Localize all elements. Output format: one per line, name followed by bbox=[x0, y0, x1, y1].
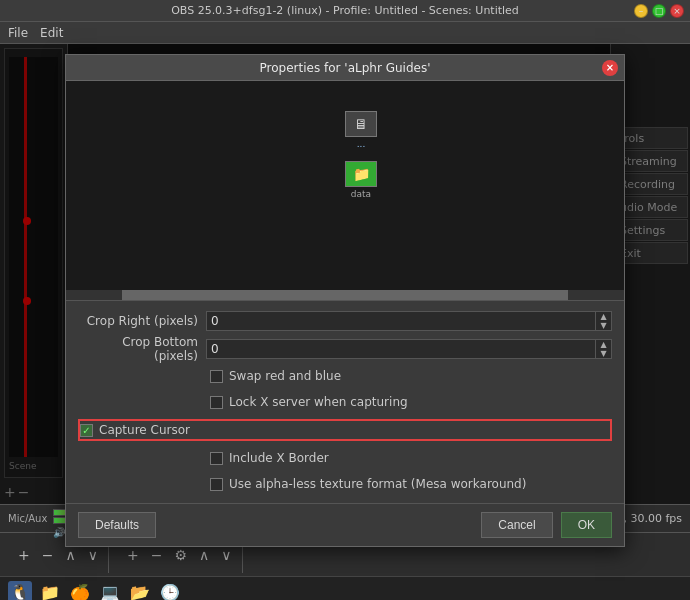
capture-cursor-row: ✓ Capture Cursor bbox=[78, 419, 612, 441]
defaults-button[interactable]: Defaults bbox=[78, 512, 156, 538]
dialog-preview: 🖥 ... 📁 data bbox=[66, 81, 624, 301]
source-down-btn[interactable]: ∨ bbox=[217, 545, 235, 565]
lock-x-server-label: Lock X server when capturing bbox=[229, 395, 408, 409]
crop-right-spinbox[interactable]: ▲ ▼ bbox=[595, 312, 611, 330]
lock-x-server-checkbox[interactable]: Lock X server when capturing bbox=[210, 395, 408, 409]
maximize-button[interactable]: □ bbox=[652, 4, 666, 18]
audio-label: Mic/Aux bbox=[8, 513, 47, 524]
source-settings-btn[interactable]: ⚙ bbox=[170, 545, 191, 565]
include-x-border-row: Include X Border bbox=[78, 447, 612, 469]
dialog-overlay: Properties for 'aLphr Guides' × 🖥 ... 📁 … bbox=[0, 44, 690, 504]
capture-cursor-box[interactable]: ✓ bbox=[80, 424, 93, 437]
obs-titlebar: OBS 25.0.3+dfsg1-2 (linux) - Profile: Un… bbox=[0, 0, 690, 22]
minimize-button[interactable]: – bbox=[634, 4, 648, 18]
add-source-btn[interactable]: + bbox=[123, 545, 143, 565]
taskbar-icon-files[interactable]: 📁 bbox=[38, 581, 62, 601]
dialog-form: Crop Right (pixels) 0 ▲ ▼ Crop Bottom (p… bbox=[66, 301, 624, 503]
crop-bottom-spin-up[interactable]: ▲ bbox=[596, 340, 611, 349]
cancel-button[interactable]: Cancel bbox=[481, 512, 552, 538]
scene-down-btn[interactable]: ∨ bbox=[84, 545, 102, 565]
use-alpha-less-row: Use alpha-less texture format (Mesa work… bbox=[78, 473, 612, 495]
taskbar-icon-terminal[interactable]: 💻 bbox=[98, 581, 122, 601]
include-x-border-box[interactable] bbox=[210, 452, 223, 465]
use-alpha-less-label: Use alpha-less texture format (Mesa work… bbox=[229, 477, 526, 491]
menu-file[interactable]: File bbox=[8, 26, 28, 40]
preview-scrollbar[interactable] bbox=[66, 290, 624, 300]
taskbar: 🐧 📁 🍊 💻 📂 🕒 bbox=[0, 576, 690, 600]
crop-bottom-label: Crop Bottom (pixels) bbox=[78, 335, 198, 363]
taskbar-icon-folder[interactable]: 📂 bbox=[128, 581, 152, 601]
lock-x-server-box[interactable] bbox=[210, 396, 223, 409]
obs-menubar: File Edit bbox=[0, 22, 690, 44]
remove-source-btn[interactable]: − bbox=[147, 545, 167, 565]
preview-scrollbar-thumb bbox=[122, 290, 568, 300]
crop-bottom-spin-down[interactable]: ▼ bbox=[596, 349, 611, 358]
lock-x-server-row: Lock X server when capturing bbox=[78, 391, 612, 413]
crop-right-row: Crop Right (pixels) 0 ▲ ▼ bbox=[78, 309, 612, 333]
desktop-icon-folder: 📁 data bbox=[345, 161, 377, 199]
desktop-icon-computer: 🖥 ... bbox=[345, 111, 377, 149]
use-alpha-less-box[interactable] bbox=[210, 478, 223, 491]
include-x-border-checkbox[interactable]: Include X Border bbox=[210, 451, 329, 465]
taskbar-icon-app1[interactable]: 🍊 bbox=[68, 581, 92, 601]
dialog-title: Properties for 'aLphr Guides' bbox=[260, 61, 431, 75]
crop-right-spin-down[interactable]: ▼ bbox=[596, 321, 611, 330]
crop-bottom-spinbox[interactable]: ▲ ▼ bbox=[595, 340, 611, 358]
dialog-buttons: Defaults Cancel OK bbox=[66, 503, 624, 546]
swap-red-blue-checkbox[interactable]: Swap red and blue bbox=[210, 369, 341, 383]
crop-right-label: Crop Right (pixels) bbox=[78, 314, 198, 328]
add-scene-btn-bottom[interactable]: + bbox=[14, 545, 34, 565]
scene-up-btn[interactable]: ∧ bbox=[61, 545, 79, 565]
crop-bottom-value: 0 bbox=[211, 342, 219, 356]
swap-red-blue-box[interactable] bbox=[210, 370, 223, 383]
crop-bottom-input[interactable]: 0 ▲ ▼ bbox=[206, 339, 612, 359]
ok-button[interactable]: OK bbox=[561, 512, 612, 538]
crop-bottom-row: Crop Bottom (pixels) 0 ▲ ▼ bbox=[78, 337, 612, 361]
properties-dialog: Properties for 'aLphr Guides' × 🖥 ... 📁 … bbox=[65, 54, 625, 547]
dialog-titlebar: Properties for 'aLphr Guides' × bbox=[66, 55, 624, 81]
taskbar-icon-obs[interactable]: 🐧 bbox=[8, 581, 32, 601]
capture-cursor-checkbox[interactable]: ✓ Capture Cursor bbox=[80, 423, 190, 437]
obs-window-title: OBS 25.0.3+dfsg1-2 (linux) - Profile: Un… bbox=[171, 4, 519, 17]
close-button[interactable]: × bbox=[670, 4, 684, 18]
window-controls: – □ × bbox=[634, 4, 684, 18]
use-alpha-less-checkbox[interactable]: Use alpha-less texture format (Mesa work… bbox=[210, 477, 526, 491]
obs-main: Scene + − trols Streaming Recording udio… bbox=[0, 44, 690, 504]
crop-right-value: 0 bbox=[211, 314, 219, 328]
swap-red-blue-row: Swap red and blue bbox=[78, 365, 612, 387]
dialog-close-button[interactable]: × bbox=[602, 60, 618, 76]
capture-cursor-label: Capture Cursor bbox=[99, 423, 190, 437]
source-up-btn[interactable]: ∧ bbox=[195, 545, 213, 565]
crop-right-input[interactable]: 0 ▲ ▼ bbox=[206, 311, 612, 331]
menu-edit[interactable]: Edit bbox=[40, 26, 63, 40]
crop-right-spin-up[interactable]: ▲ bbox=[596, 312, 611, 321]
remove-scene-btn-bottom[interactable]: − bbox=[38, 545, 58, 565]
swap-red-blue-label: Swap red and blue bbox=[229, 369, 341, 383]
taskbar-icon-clock[interactable]: 🕒 bbox=[158, 581, 182, 601]
include-x-border-label: Include X Border bbox=[229, 451, 329, 465]
